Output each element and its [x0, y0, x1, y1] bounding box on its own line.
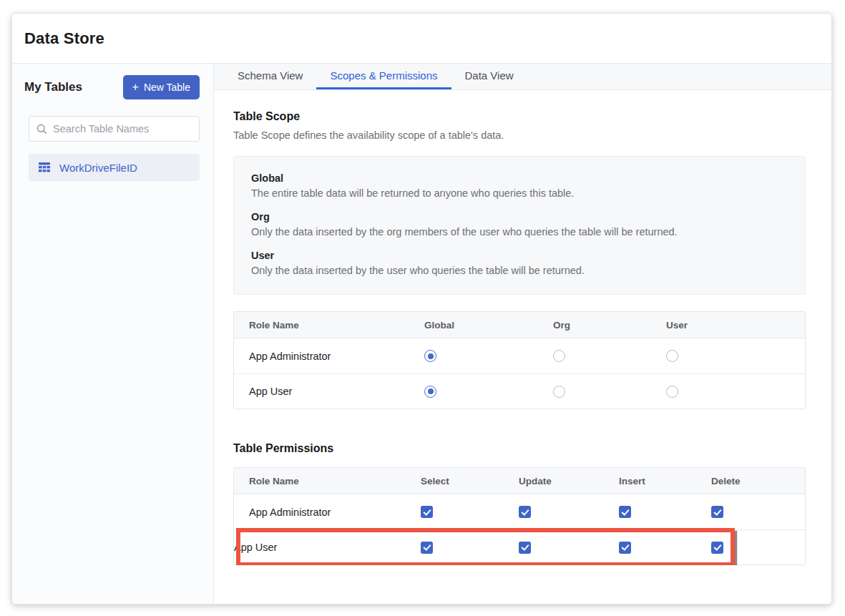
- tables-sidebar: My Tables + New Table: [12, 64, 214, 604]
- def-term-user: User: [251, 250, 788, 261]
- column-header-org: Org: [553, 320, 666, 331]
- table-permissions-heading: Table Permissions: [233, 442, 831, 455]
- delete-checkbox-app-user[interactable]: [711, 542, 723, 554]
- role-label: App Administrator: [234, 507, 421, 518]
- scope-definitions-box: Global The entire table data will be ret…: [233, 156, 806, 295]
- table-scope-description: Table Scope defines the availability sco…: [233, 129, 831, 141]
- column-header-delete: Delete: [711, 476, 805, 487]
- select-checkbox-app-user[interactable]: [421, 542, 433, 554]
- role-label: App Administrator: [234, 351, 424, 362]
- insert-checkbox-app-administrator[interactable]: [619, 506, 631, 518]
- radio-global-app-user[interactable]: [424, 386, 436, 398]
- table-row: App User: [234, 373, 805, 409]
- def-text-user: Only the data inserted by the user who q…: [251, 265, 788, 276]
- def-term-global: Global: [251, 172, 788, 184]
- radio-user-app-user[interactable]: [666, 386, 678, 398]
- select-checkbox-app-administrator[interactable]: [421, 506, 433, 518]
- table-item-label: WorkDriveFileID: [59, 162, 137, 174]
- table-permissions-table: Role Name Select Update Insert Delete Ap…: [233, 467, 806, 565]
- update-checkbox-app-user[interactable]: [519, 542, 531, 554]
- column-header-global: Global: [424, 320, 553, 331]
- sidebar-item-workdrivefileid[interactable]: WorkDriveFileID: [29, 154, 200, 181]
- delete-checkbox-app-administrator[interactable]: [711, 506, 723, 518]
- def-text-global: The entire table data will be returned t…: [251, 187, 788, 199]
- radio-org-app-user[interactable]: [553, 386, 565, 398]
- def-term-org: Org: [251, 211, 788, 223]
- search-icon: [36, 124, 47, 135]
- radio-org-app-administrator[interactable]: [553, 350, 565, 362]
- table-row: App User: [234, 529, 805, 564]
- update-checkbox-app-administrator[interactable]: [519, 506, 531, 518]
- table-scope-table: Role Name Global Org User App Administra…: [233, 311, 806, 409]
- column-header-user: User: [666, 320, 805, 331]
- def-text-org: Only the data inserted by the org member…: [251, 226, 788, 238]
- table-row: App Administrator: [234, 338, 805, 373]
- page-title: Data Store: [24, 29, 104, 48]
- search-input[interactable]: [53, 123, 192, 135]
- data-store-window: Data Store My Tables + New Table: [11, 13, 832, 605]
- role-label: App User: [234, 386, 424, 397]
- table-scope-heading: Table Scope: [233, 110, 831, 123]
- radio-global-app-administrator[interactable]: [424, 350, 436, 362]
- insert-checkbox-app-user[interactable]: [619, 542, 631, 554]
- column-header-select: Select: [421, 476, 519, 487]
- column-header-update: Update: [519, 476, 619, 487]
- table-row: App Administrator: [234, 494, 805, 529]
- table-icon: [39, 162, 50, 172]
- column-header-role-name: Role Name: [234, 476, 421, 487]
- role-label: App User: [234, 542, 421, 553]
- sidebar-heading: My Tables: [24, 80, 82, 94]
- view-tabs: Schema View Scopes & Permissions Data Vi…: [214, 64, 831, 90]
- tab-data-view[interactable]: Data View: [451, 64, 527, 89]
- column-header-role-name: Role Name: [234, 320, 424, 331]
- radio-user-app-administrator[interactable]: [666, 350, 678, 362]
- tab-scopes-permissions[interactable]: Scopes & Permissions: [316, 64, 451, 89]
- new-table-button[interactable]: + New Table: [123, 75, 200, 99]
- tab-schema-view[interactable]: Schema View: [224, 64, 316, 89]
- column-header-insert: Insert: [619, 476, 711, 487]
- table-search[interactable]: [29, 116, 200, 142]
- new-table-button-label: New Table: [144, 82, 190, 93]
- plus-icon: +: [132, 82, 139, 92]
- window-header: Data Store: [12, 14, 831, 64]
